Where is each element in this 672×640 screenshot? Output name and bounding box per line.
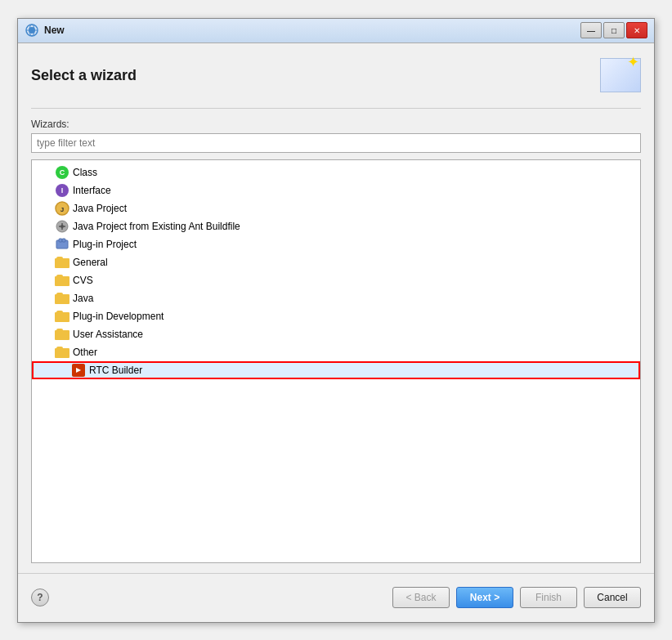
- wizards-label: Wizards:: [31, 119, 641, 130]
- tree-item-general[interactable]: General: [32, 253, 640, 271]
- svg-rect-11: [59, 239, 62, 242]
- folder-java-icon: [55, 291, 69, 306]
- svg-point-9: [60, 225, 64, 228]
- tree-item-label: RTC Builder: [89, 365, 142, 376]
- tree-item-label: Plug-in Development: [73, 311, 164, 322]
- filter-input[interactable]: [31, 133, 641, 153]
- svg-rect-12: [62, 239, 65, 242]
- folder-plugin-dev-icon: [55, 309, 69, 324]
- next-button[interactable]: Next >: [456, 587, 513, 608]
- folder-cvs-icon: [55, 273, 69, 288]
- header-area: Select a wizard ✦: [31, 53, 641, 109]
- tree-item-label: CVS: [73, 275, 93, 286]
- tree-item-class[interactable]: C Class: [32, 163, 640, 181]
- folder-general-icon: [55, 255, 69, 270]
- svg-text:J: J: [60, 206, 64, 213]
- tree-item-rtc-builder[interactable]: RTC Builder: [32, 361, 640, 379]
- footer-area: ? < Back Next > Finish Cancel: [18, 573, 654, 622]
- tree-item-label: Other: [73, 347, 97, 358]
- window-controls: — □ ✕: [580, 22, 647, 38]
- sparkle-icon: ✦: [627, 53, 639, 71]
- class-icon: C: [55, 165, 69, 180]
- tree-item-label: Class: [73, 167, 97, 178]
- tree-item-label: Java: [73, 293, 93, 304]
- plugin-project-icon: [55, 237, 69, 252]
- tree-item-java-project[interactable]: J Java Project: [32, 199, 640, 217]
- tree-item-plugin-project[interactable]: Plug-in Project: [32, 235, 640, 253]
- help-button[interactable]: ?: [31, 589, 49, 606]
- interface-icon: I: [55, 183, 69, 198]
- tree-item-label: Java Project: [73, 203, 127, 214]
- tree-item-label: Java Project from Existing Ant Buildfile: [73, 221, 240, 232]
- close-button[interactable]: ✕: [626, 22, 647, 38]
- main-window: New — □ ✕ Select a wizard ✦ Wizards: C: [17, 18, 655, 623]
- tree-item-label: General: [73, 257, 108, 268]
- folder-user-assistance-icon: [55, 327, 69, 342]
- tree-item-label: Plug-in Project: [73, 239, 137, 250]
- title-bar: New — □ ✕: [18, 19, 654, 43]
- page-title: Select a wizard: [31, 67, 137, 84]
- tree-item-label: User Assistance: [73, 329, 143, 340]
- folder-other-icon: [55, 345, 69, 360]
- ant-icon: [55, 219, 69, 234]
- tree-item-cvs[interactable]: CVS: [32, 271, 640, 289]
- back-button[interactable]: < Back: [392, 587, 450, 608]
- minimize-button[interactable]: —: [580, 22, 602, 38]
- rtc-builder-icon: [71, 363, 86, 378]
- window-title: New: [44, 25, 580, 36]
- maximize-button[interactable]: □: [603, 22, 625, 38]
- tree-item-label: Interface: [73, 185, 111, 196]
- wizard-tree[interactable]: C Class I Interface J Java Pro: [31, 159, 641, 563]
- header-icon: ✦: [592, 53, 641, 98]
- cancel-button[interactable]: Cancel: [584, 587, 641, 608]
- window-icon: [25, 23, 39, 38]
- tree-item-interface[interactable]: I Interface: [32, 181, 640, 199]
- tree-item-java-ant[interactable]: Java Project from Existing Ant Buildfile: [32, 217, 640, 235]
- tree-item-user-assistance[interactable]: User Assistance: [32, 325, 640, 343]
- window-content: Select a wizard ✦ Wizards: C Class I: [18, 43, 654, 573]
- tree-item-other[interactable]: Other: [32, 343, 640, 361]
- tree-item-plugin-dev[interactable]: Plug-in Development: [32, 307, 640, 325]
- tree-item-java[interactable]: Java: [32, 289, 640, 307]
- finish-button[interactable]: Finish: [520, 587, 577, 608]
- java-project-icon: J: [55, 201, 69, 216]
